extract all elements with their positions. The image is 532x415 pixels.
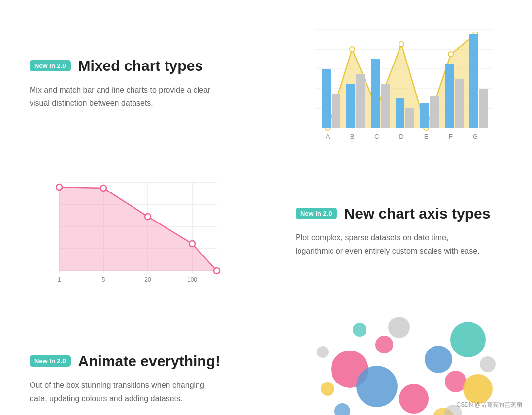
svg-point-55 xyxy=(399,384,429,414)
svg-text:G: G xyxy=(473,133,478,140)
svg-text:1: 1 xyxy=(58,276,61,283)
svg-rect-27 xyxy=(479,89,488,128)
svg-point-12 xyxy=(448,52,453,57)
svg-rect-21 xyxy=(332,94,340,128)
svg-point-10 xyxy=(399,42,404,47)
svg-point-47 xyxy=(145,214,151,220)
svg-rect-16 xyxy=(371,59,380,128)
badge-axis: New In 2.0 xyxy=(296,208,337,219)
section2-text: New In 2.0 New chart axis types Plot com… xyxy=(266,158,532,305)
svg-rect-22 xyxy=(356,74,365,128)
svg-point-67 xyxy=(388,317,410,338)
section3-text: New In 2.0 Animate everything! Out of th… xyxy=(0,305,266,415)
bubble-chart-svg xyxy=(300,315,498,415)
svg-point-64 xyxy=(463,374,493,404)
svg-point-49 xyxy=(214,268,220,274)
section2-title: New chart axis types xyxy=(344,205,491,222)
svg-rect-14 xyxy=(322,69,331,128)
svg-point-56 xyxy=(375,336,393,353)
section2-header: New In 2.0 New chart axis types xyxy=(296,205,512,222)
mixed-chart-svg: A B C D E F G xyxy=(300,20,498,148)
section2-chart: 1 5 20 100 xyxy=(0,158,266,305)
svg-point-68 xyxy=(480,356,496,372)
section1-text: New In 2.0 Mixed chart types Mix and mat… xyxy=(0,10,266,158)
svg-rect-15 xyxy=(346,84,355,128)
svg-rect-25 xyxy=(430,96,439,128)
svg-text:C: C xyxy=(374,133,379,140)
svg-point-70 xyxy=(317,346,329,358)
svg-point-58 xyxy=(356,366,398,407)
section3-chart xyxy=(266,305,532,415)
svg-point-48 xyxy=(189,241,195,247)
svg-point-46 xyxy=(100,185,106,191)
watermark: CSDN @诸葛亮的芭蕉扇 xyxy=(456,401,522,409)
svg-text:A: A xyxy=(326,133,330,140)
svg-rect-26 xyxy=(455,79,464,128)
svg-text:5: 5 xyxy=(102,276,105,283)
badge-mixed: New In 2.0 xyxy=(30,60,71,71)
svg-point-63 xyxy=(353,323,366,337)
svg-text:E: E xyxy=(424,133,429,140)
svg-text:20: 20 xyxy=(144,276,151,283)
section1-desc: Mix and match bar and line charts to pro… xyxy=(30,83,217,110)
svg-point-60 xyxy=(334,403,350,415)
section2-desc: Plot complex, sparse datasets on date ti… xyxy=(296,231,483,257)
section3-header: New In 2.0 Animate everything! xyxy=(30,353,246,370)
svg-text:B: B xyxy=(350,133,355,140)
svg-point-8 xyxy=(350,47,355,52)
axis-chart-svg: 1 5 20 100 xyxy=(39,167,227,295)
section1-title: Mixed chart types xyxy=(78,58,203,74)
svg-rect-19 xyxy=(445,64,454,128)
svg-rect-20 xyxy=(469,34,478,128)
svg-rect-24 xyxy=(405,108,414,128)
svg-point-65 xyxy=(321,382,334,396)
svg-text:F: F xyxy=(449,133,453,140)
svg-rect-23 xyxy=(381,84,390,128)
svg-marker-44 xyxy=(59,187,217,271)
svg-text:100: 100 xyxy=(187,276,197,283)
section3-desc: Out of the box stunning transitions when… xyxy=(30,379,217,405)
svg-point-59 xyxy=(425,346,452,373)
svg-text:D: D xyxy=(399,133,403,140)
section1-chart: A B C D E F G xyxy=(266,10,532,158)
badge-animate: New In 2.0 xyxy=(30,355,71,367)
page: New In 2.0 Mixed chart types Mix and mat… xyxy=(0,0,532,415)
svg-rect-18 xyxy=(420,103,429,128)
section1-header: New In 2.0 Mixed chart types xyxy=(30,58,246,74)
section3-title: Animate everything! xyxy=(78,353,220,370)
svg-rect-17 xyxy=(396,98,404,128)
svg-point-45 xyxy=(56,184,62,190)
svg-point-61 xyxy=(450,322,486,357)
